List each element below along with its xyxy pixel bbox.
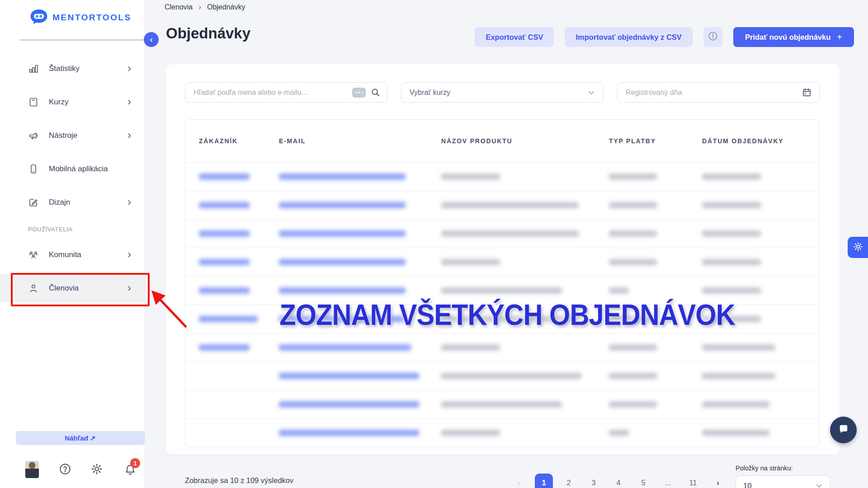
customer-cell	[199, 202, 279, 208]
email-blurred-value	[279, 230, 406, 237]
per-page-select[interactable]: 10	[736, 475, 830, 488]
table-row[interactable]	[185, 418, 819, 447]
help-icon[interactable]	[59, 463, 72, 476]
orders-table: ZÁKAZNÍK E-MAIL NÁZOV PRODUKTU TYP PLATB…	[185, 119, 820, 447]
avatar[interactable]	[25, 461, 39, 478]
brand-logo[interactable]: MENTORTOOLS	[30, 9, 132, 26]
date-blurred-value	[702, 287, 761, 294]
sidebar-divider	[19, 40, 145, 40]
date-cell	[702, 287, 819, 294]
registered-date-field	[617, 82, 820, 103]
pagination-ellipsis: ...	[659, 474, 677, 488]
sidebar-item-dizajn[interactable]: Dizajn›	[0, 190, 145, 215]
results-count: Zobrazuje sa 10 z 109 výsledkov	[185, 476, 293, 485]
product-blurred-value	[441, 287, 562, 294]
mobile-icon	[28, 163, 40, 175]
email-blurred-value	[279, 373, 419, 379]
calendar-icon[interactable]	[802, 87, 812, 98]
sidebar-item-mobilna-aplikacia[interactable]: Mobilná aplikácia	[0, 156, 145, 182]
table-body	[185, 162, 819, 447]
page-title: Objednávky	[166, 25, 250, 42]
product-blurred-value	[441, 174, 500, 180]
table-row[interactable]	[185, 390, 819, 418]
courses-select[interactable]: Vybrať kurzy	[401, 82, 604, 103]
import-csv-button[interactable]: Importovať objednávky z CSV	[565, 27, 692, 47]
customer-blurred-value	[199, 344, 250, 351]
sidebar-collapse-button[interactable]: ‹	[144, 32, 159, 47]
megaphone-icon	[28, 130, 40, 141]
sidebar-item-clenovia[interactable]: Členovia›	[0, 274, 145, 302]
col-zakaznik: ZÁKAZNÍK	[199, 137, 279, 145]
settings-icon[interactable]	[90, 463, 104, 476]
col-datum: DÁTUM OBJEDNÁVKY	[702, 137, 819, 145]
pagination-page-1[interactable]: 1	[535, 474, 553, 488]
product-blurred-value	[441, 373, 581, 379]
add-order-button[interactable]: Pridať novú objednávku +	[733, 27, 854, 47]
chat-launcher-button[interactable]	[830, 417, 857, 443]
customer-blurred-value	[199, 316, 258, 322]
table-row[interactable]	[185, 248, 819, 276]
sidebar-item-kurzy[interactable]: Kurzy›	[0, 89, 145, 115]
pagination-page-11[interactable]: 11	[684, 474, 702, 488]
table-row[interactable]	[185, 361, 819, 390]
payment-blurred-value	[609, 230, 657, 237]
email-cell	[279, 174, 441, 180]
breadcrumb-objednavky[interactable]: Objednávky	[207, 3, 245, 11]
sidebar: MENTORTOOLS Štatistiky›Kurzy›Nástroje›Mo…	[0, 0, 145, 488]
members-icon	[28, 282, 40, 294]
search-icon[interactable]	[370, 87, 381, 98]
sidebar-users-nav: Komunita›Členovia›	[0, 242, 145, 310]
sidebar-item-nastroje[interactable]: Nástroje›	[0, 123, 145, 148]
email-blurred-value	[279, 287, 406, 294]
pagination-next-button[interactable]: ›	[709, 474, 727, 488]
date-cell	[702, 373, 819, 379]
settings-panel-button[interactable]	[848, 237, 868, 258]
chevron-right-icon: ›	[127, 130, 131, 142]
date-blurred-value	[702, 430, 769, 436]
preview-button[interactable]: Náhľad ↗	[16, 431, 145, 445]
date-cell	[702, 230, 819, 237]
sidebar-item-statistiky[interactable]: Štatistiky›	[0, 56, 145, 81]
product-cell	[441, 430, 609, 436]
customer-cell	[199, 316, 279, 322]
email-cell	[279, 202, 441, 208]
date-cell	[702, 259, 819, 265]
date-cell	[702, 202, 819, 208]
breadcrumb-clenovia[interactable]: Clenovia	[165, 3, 193, 11]
sidebar-item-label: Komunita	[49, 250, 118, 259]
table-row[interactable]	[185, 333, 819, 361]
product-blurred-value	[441, 344, 500, 351]
product-cell	[441, 287, 609, 294]
email-blurred-value	[279, 430, 419, 436]
payment-cell	[609, 344, 702, 351]
table-row[interactable]	[185, 162, 819, 191]
table-row[interactable]	[185, 305, 819, 333]
breadcrumb: Clenovia › Objednávky	[165, 3, 245, 12]
orders-card: Vybrať kurzy ZÁKAZNÍK E-MAIL NÁZOV PRODU…	[166, 64, 840, 455]
registered-date-input[interactable]	[626, 89, 802, 97]
pagination-page-4[interactable]: 4	[609, 474, 627, 488]
table-row[interactable]	[185, 219, 819, 248]
pagination-page-5[interactable]: 5	[634, 474, 652, 488]
table-row[interactable]	[185, 276, 819, 305]
pagination-page-2[interactable]: 2	[560, 474, 578, 488]
export-csv-button[interactable]: Exportovať CSV	[475, 27, 554, 47]
date-cell	[702, 316, 819, 322]
payment-blurred-value	[609, 287, 629, 294]
info-button[interactable]	[703, 27, 722, 47]
email-cell	[279, 230, 441, 237]
sidebar-item-label: Nástroje	[49, 131, 118, 140]
pagination-page-3[interactable]: 3	[585, 474, 603, 488]
table-row[interactable]	[185, 191, 819, 219]
product-cell	[441, 316, 609, 322]
pagination-prev-button[interactable]: ‹	[510, 474, 528, 488]
pagination: ‹12345...11›	[510, 474, 727, 488]
community-icon	[28, 249, 40, 261]
payment-cell	[609, 401, 702, 408]
search-input[interactable]	[185, 89, 352, 97]
sidebar-item-komunita[interactable]: Komunita›	[0, 242, 145, 267]
payment-cell	[609, 174, 702, 180]
date-blurred-value	[702, 401, 769, 408]
chevron-right-icon: ›	[127, 249, 131, 261]
payment-cell	[609, 202, 702, 208]
